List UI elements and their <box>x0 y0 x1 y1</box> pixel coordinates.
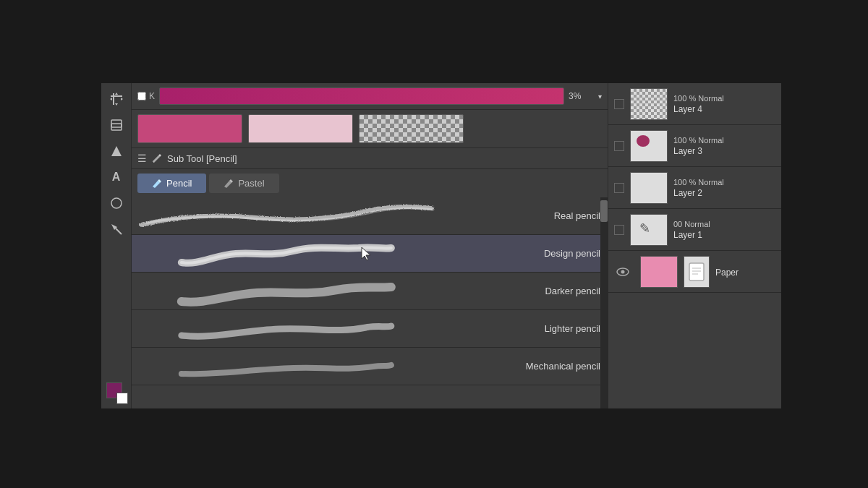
layer-1-info: 00 Normal Layer 1 <box>673 220 775 240</box>
layer-2-item[interactable]: 100 % Normal Layer 2 <box>608 167 781 209</box>
paper-layer-item[interactable]: Paper <box>608 251 781 293</box>
lighter-pencil-preview <box>132 310 441 347</box>
real-pencil-preview <box>132 197 441 234</box>
app-container: A K 3% ▾ <box>101 83 781 408</box>
scroll-thumb[interactable] <box>600 200 608 222</box>
svg-marker-8 <box>111 146 122 156</box>
layer-2-name: Layer 2 <box>673 188 775 198</box>
lighter-pencil-item[interactable]: Lighter pencil <box>132 310 608 348</box>
design-pencil-preview <box>132 235 441 272</box>
subtool-header: ☰ Sub Tool [Pencil] <box>132 147 608 169</box>
layer-tool-btn[interactable] <box>105 114 128 137</box>
background-swatch <box>116 393 128 404</box>
layer-2-mode: 100 % Normal <box>673 178 775 187</box>
darker-pencil-preview <box>132 273 441 309</box>
layer-1-name: Layer 1 <box>673 230 775 240</box>
toolbar: A <box>101 83 132 408</box>
layer-4-item[interactable]: 100 % Normal Layer 4 <box>608 83 781 125</box>
layer-2-info: 100 % Normal Layer 2 <box>673 178 775 198</box>
swatches-row <box>132 110 608 147</box>
scroll-bar[interactable] <box>600 197 608 408</box>
layer-4-thumbnail <box>630 88 668 120</box>
color-bar[interactable] <box>159 87 564 105</box>
mechanical-pencil-name: Mechanical pencil <box>526 361 600 372</box>
layer-2-thumbnail <box>630 172 668 204</box>
tool-tabs: Pencil Pastel <box>132 169 608 197</box>
pencil-tab-icon <box>152 179 162 189</box>
k-checkbox[interactable] <box>137 92 146 100</box>
eye-icon[interactable] <box>614 263 631 281</box>
text-tool-btn[interactable]: A <box>105 166 128 189</box>
pencil-icon <box>151 153 163 164</box>
top-bar: K 3% ▾ <box>132 83 608 110</box>
svg-rect-0 <box>113 93 114 105</box>
paper-mask-thumbnail <box>684 256 710 288</box>
svg-marker-2 <box>115 93 118 95</box>
select-tool-btn[interactable] <box>105 192 128 215</box>
text-tool-icon: A <box>112 171 121 184</box>
svg-rect-17 <box>692 267 701 269</box>
layer-3-mode: 100 % Normal <box>673 136 775 145</box>
real-pencil-item[interactable]: Real pencil <box>132 197 608 235</box>
transform-tool-btn[interactable] <box>105 218 128 241</box>
layer-2-checkbox[interactable] <box>614 183 624 193</box>
percent-label: 3% <box>569 91 594 101</box>
svg-point-9 <box>111 198 122 208</box>
lighter-pencil-name: Lighter pencil <box>545 323 600 334</box>
design-pencil-item[interactable]: Design pencil <box>132 235 608 273</box>
checker-swatch[interactable] <box>359 114 464 143</box>
svg-rect-1 <box>111 95 122 97</box>
light-pink-swatch[interactable] <box>248 114 353 143</box>
pink-swatch[interactable] <box>137 114 242 143</box>
pastel-tab[interactable]: Pastel <box>209 174 278 193</box>
layer-1-mode: 00 Normal <box>673 220 775 228</box>
real-pencil-name: Real pencil <box>554 210 600 221</box>
center-panel: K 3% ▾ ☰ Sub Tool [Pencil] <box>132 83 608 408</box>
paper-name: Paper <box>715 267 775 278</box>
k-indicator: K <box>137 91 155 101</box>
pen-tool-btn[interactable] <box>105 140 128 163</box>
subtool-title: Sub Tool [Pencil] <box>167 153 237 164</box>
brush-list: Real pencil Design pencil <box>132 197 608 408</box>
darker-pencil-item[interactable]: Darker pencil <box>132 273 608 310</box>
pencil-tab[interactable]: Pencil <box>137 174 206 193</box>
layer-4-info: 100 % Normal Layer 4 <box>673 94 775 114</box>
svg-marker-3 <box>115 103 118 106</box>
layer-3-info: 100 % Normal Layer 3 <box>673 136 775 156</box>
svg-marker-4 <box>110 98 112 100</box>
paper-info: Paper <box>715 266 775 278</box>
layer-4-name: Layer 4 <box>673 104 775 114</box>
layer-3-item[interactable]: 100 % Normal Layer 3 <box>608 125 781 167</box>
svg-marker-5 <box>121 98 123 100</box>
layer-1-checkbox[interactable] <box>614 225 624 235</box>
layer-1-item[interactable]: 00 Normal Layer 1 <box>608 209 781 251</box>
svg-rect-19 <box>692 273 698 275</box>
visibility-eye-icon <box>616 267 629 277</box>
paper-mask-icon <box>688 262 705 282</box>
svg-point-15 <box>621 270 625 273</box>
layer-3-checkbox[interactable] <box>614 141 624 151</box>
pastel-tab-icon <box>224 179 234 189</box>
layer-4-mode: 100 % Normal <box>673 94 775 103</box>
svg-rect-18 <box>692 270 701 272</box>
svg-line-11 <box>116 228 122 234</box>
mechanical-pencil-item[interactable]: Mechanical pencil <box>132 348 608 385</box>
menu-icon[interactable]: ☰ <box>137 153 147 164</box>
pencil-tab-label: Pencil <box>166 178 192 189</box>
k-label: K <box>149 91 155 101</box>
layer-3-thumbnail <box>630 130 668 162</box>
mechanical-pencil-preview <box>132 348 441 385</box>
layer-3-name: Layer 3 <box>673 146 775 156</box>
move-tool-btn[interactable] <box>105 87 128 111</box>
dropdown-btn[interactable]: ▾ <box>598 93 602 100</box>
paper-thumbnail <box>640 256 678 288</box>
layer-1-thumbnail <box>630 214 668 246</box>
darker-pencil-name: Darker pencil <box>545 286 600 296</box>
foreground-color-btn[interactable] <box>105 381 128 404</box>
layer-4-checkbox[interactable] <box>614 99 624 109</box>
design-pencil-name: Design pencil <box>544 248 600 259</box>
layers-panel: 100 % Normal Layer 4 100 % Normal Layer … <box>608 83 781 408</box>
pastel-tab-label: Pastel <box>238 178 264 189</box>
